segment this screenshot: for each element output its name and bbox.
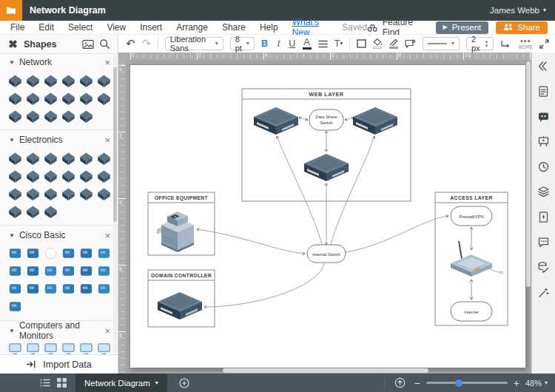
palette-shape[interactable] <box>24 340 41 354</box>
zoom-slider[interactable] <box>426 382 508 384</box>
italic-button[interactable]: I <box>275 37 282 50</box>
palette-shape[interactable] <box>6 298 24 314</box>
line-width-stepper[interactable]: 2 px ▲▼ <box>466 37 494 50</box>
zoom-out-button[interactable]: − <box>414 378 420 388</box>
fullscreen-button[interactable] <box>539 37 549 50</box>
palette-shape[interactable] <box>41 263 59 279</box>
more-tools-button[interactable]: ••• MORE <box>518 37 533 50</box>
palette-shape[interactable] <box>95 149 112 166</box>
palette-shape[interactable] <box>6 72 24 88</box>
zoom-slider-knob[interactable] <box>455 379 462 387</box>
palette-shape[interactable] <box>24 149 41 166</box>
redo-button[interactable]: ↷ <box>142 37 152 50</box>
palette-shape[interactable] <box>24 185 41 201</box>
palette-shape[interactable] <box>77 89 95 106</box>
palette-shape[interactable] <box>41 185 59 201</box>
menu-select[interactable]: Select <box>68 22 92 33</box>
node-internet[interactable]: Internet <box>451 302 492 321</box>
present-button[interactable]: ▶ Present <box>436 21 489 34</box>
page-style-icon[interactable] <box>537 211 550 223</box>
shape-outline-button[interactable] <box>357 37 366 50</box>
palette-shape[interactable] <box>77 185 95 201</box>
palette-shape[interactable] <box>77 72 95 88</box>
bold-button[interactable]: B <box>261 37 269 50</box>
text-color-button[interactable]: A <box>303 37 312 50</box>
menu-view[interactable]: View <box>107 22 126 33</box>
history-icon[interactable] <box>537 160 550 173</box>
section-collapse-caret[interactable]: ▼ <box>9 59 15 66</box>
palette-shape[interactable] <box>41 245 59 261</box>
palette-shape[interactable] <box>77 340 95 354</box>
section-collapse-caret[interactable]: ▼ <box>9 328 15 334</box>
palette-shape[interactable] <box>41 280 59 297</box>
panel-scrollbar[interactable] <box>113 55 117 353</box>
palette-shape[interactable] <box>59 263 77 279</box>
section-close-icon[interactable]: × <box>104 135 110 145</box>
palette-shape[interactable] <box>59 107 77 124</box>
font-size-select[interactable]: 8 pt ▾ <box>230 37 255 50</box>
canvas-horizontal-scrollbar[interactable] <box>127 368 524 373</box>
zoom-fit-icon[interactable] <box>392 374 408 392</box>
menu-insert[interactable]: Insert <box>140 22 162 33</box>
palette-shape[interactable] <box>6 245 24 261</box>
palette-shape[interactable] <box>95 263 112 279</box>
palette-shape[interactable] <box>41 340 59 354</box>
palette-shape[interactable] <box>6 167 24 183</box>
palette-shape[interactable] <box>24 245 41 261</box>
palette-shape[interactable] <box>41 203 59 219</box>
palette-shape[interactable] <box>6 185 24 201</box>
section-header-network[interactable]: ▼Network× <box>0 54 118 70</box>
edge-internal-firewall[interactable] <box>346 216 448 252</box>
palette-shape[interactable] <box>95 185 112 201</box>
menu-arrange[interactable]: Arrange <box>176 22 208 33</box>
palette-shape[interactable] <box>59 149 77 166</box>
palette-shape[interactable] <box>41 107 59 124</box>
menu-edit[interactable]: Edit <box>38 22 54 33</box>
zoom-in-button[interactable]: + <box>514 378 519 388</box>
magic-wand-icon[interactable] <box>537 286 550 299</box>
menu-help[interactable]: Help <box>260 22 278 33</box>
palette-shape[interactable] <box>24 167 41 183</box>
fill-color-button[interactable] <box>373 37 383 50</box>
palette-shape[interactable] <box>24 280 41 297</box>
add-page-button[interactable] <box>176 374 192 392</box>
node-firewall-vpn[interactable]: Firewall/VPN <box>451 206 492 226</box>
panel-scrollbar-thumb[interactable] <box>113 67 117 222</box>
menu-share[interactable]: Share <box>222 22 246 33</box>
palette-shape[interactable] <box>6 340 24 354</box>
palette-shape[interactable] <box>95 245 112 261</box>
section-header-electronics[interactable]: ▼Electronics× <box>0 132 118 148</box>
collapse-panel-icon[interactable] <box>537 60 550 72</box>
page-tab[interactable]: Network Diagram ▾ <box>75 374 167 392</box>
palette-shape[interactable] <box>59 245 77 261</box>
palette-shape[interactable] <box>6 89 24 106</box>
palette-shape[interactable] <box>59 89 77 106</box>
palette-shape[interactable] <box>59 340 77 354</box>
palette-shape[interactable] <box>41 149 59 166</box>
palette-shape[interactable] <box>95 72 112 88</box>
palette-shape[interactable] <box>95 280 112 297</box>
node-internal-switch[interactable]: Internal Switch <box>307 245 346 263</box>
comments-icon[interactable] <box>537 110 550 123</box>
palette-shape[interactable] <box>59 185 77 201</box>
palette-shape[interactable] <box>24 107 41 124</box>
notes-icon[interactable] <box>537 85 550 98</box>
search-icon[interactable] <box>99 38 110 50</box>
palette-shape[interactable] <box>24 89 41 106</box>
underline-button[interactable]: U <box>289 37 296 50</box>
palette-shape[interactable] <box>77 263 95 279</box>
section-collapse-caret[interactable]: ▼ <box>9 137 15 143</box>
palette-shape[interactable] <box>95 167 112 183</box>
palette-shape[interactable] <box>41 72 59 88</box>
section-close-icon[interactable]: × <box>104 58 110 67</box>
palette-shape[interactable] <box>6 149 24 166</box>
font-family-select[interactable]: Liberation Sans ▾ <box>165 37 223 50</box>
import-data-button[interactable]: Import Data <box>0 354 118 374</box>
palette-shape[interactable] <box>95 89 112 106</box>
node-data-share-switch[interactable]: Data Share Switch <box>309 109 343 130</box>
align-button[interactable] <box>318 37 328 50</box>
presentation-icon[interactable] <box>537 135 550 148</box>
palette-shape[interactable] <box>6 263 24 279</box>
comment-button[interactable] <box>405 37 416 50</box>
palette-shape[interactable] <box>6 107 24 124</box>
